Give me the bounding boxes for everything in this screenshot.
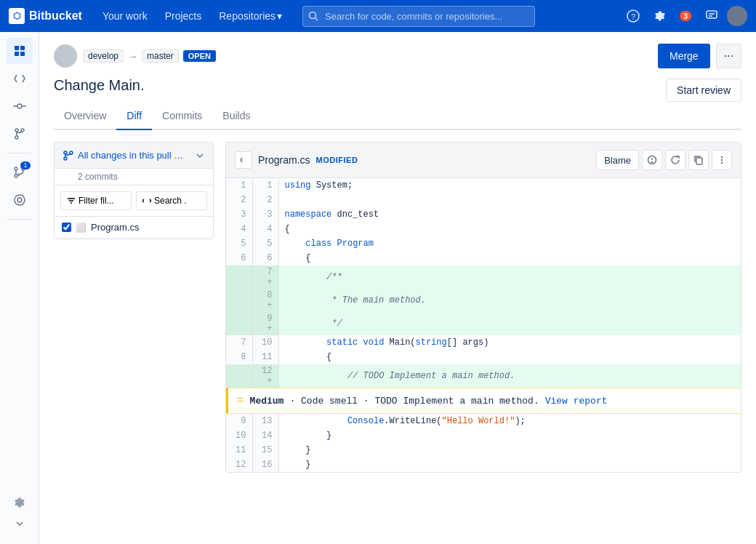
pr-actions: Merge ··· bbox=[658, 44, 741, 68]
pr-branch-info: develop → master OPEN bbox=[54, 44, 216, 68]
svg-point-0 bbox=[310, 12, 316, 19]
code-token: ( bbox=[410, 337, 415, 348]
tab-commits[interactable]: Commits bbox=[152, 103, 212, 130]
line-number-old bbox=[226, 289, 252, 312]
sidebar-icon-pullrequests[interactable]: 1 bbox=[7, 159, 33, 185]
refresh-button[interactable] bbox=[665, 150, 685, 170]
more-options-button[interactable]: ··· bbox=[716, 44, 741, 68]
code-content: /** bbox=[278, 265, 741, 289]
help-icon[interactable]: ? bbox=[622, 5, 644, 27]
line-number-new: 12 + bbox=[252, 364, 278, 388]
search-code-button[interactable]: Search . bbox=[136, 191, 207, 210]
code-line: 811 { bbox=[226, 350, 741, 364]
line-number-new: 14 bbox=[252, 428, 278, 443]
sidebar-icon-home[interactable] bbox=[7, 38, 33, 64]
file-tree-title: All changes in this pull … bbox=[78, 150, 183, 161]
code-token-cm: /** bbox=[326, 272, 342, 282]
svg-point-26 bbox=[70, 151, 73, 154]
sidebar-divider-2 bbox=[8, 219, 31, 220]
svg-text:?: ? bbox=[631, 12, 635, 21]
code-line: 8 + * The main method. bbox=[226, 289, 741, 312]
more-options-diff-button[interactable] bbox=[712, 150, 732, 170]
code-token: { bbox=[285, 352, 332, 362]
code-token bbox=[285, 416, 347, 426]
main-layout: 1 develop → master OPEN bbox=[0, 32, 756, 544]
svg-point-19 bbox=[15, 175, 17, 177]
warning-severity: Medium bbox=[250, 396, 284, 407]
svg-line-1 bbox=[315, 18, 318, 21]
annotate-button[interactable] bbox=[642, 150, 662, 170]
file-item-program-cs[interactable]: ⬜ Program.cs bbox=[55, 217, 213, 239]
user-avatar[interactable] bbox=[727, 6, 747, 26]
tab-diff[interactable]: Diff bbox=[116, 103, 152, 130]
code-token-cm: * The main method. bbox=[285, 295, 426, 305]
line-number-old bbox=[226, 364, 252, 388]
svg-rect-34 bbox=[696, 158, 702, 164]
copy-button[interactable] bbox=[688, 150, 709, 170]
line-number-new: 7 + bbox=[252, 265, 278, 289]
svg-point-23 bbox=[17, 198, 22, 202]
filter-files-button[interactable]: Filter fil... bbox=[60, 191, 132, 210]
code-search-icon bbox=[142, 196, 151, 205]
branch-from: develop bbox=[83, 49, 124, 63]
svg-point-36 bbox=[721, 159, 723, 161]
svg-point-11 bbox=[17, 104, 22, 108]
code-content: class Program bbox=[278, 236, 741, 251]
sidebar-icon-branches[interactable] bbox=[7, 121, 33, 147]
svg-point-24 bbox=[64, 151, 67, 154]
search-input[interactable] bbox=[302, 6, 535, 27]
code-content: { bbox=[278, 222, 741, 236]
nav-repositories[interactable]: Repositories ▾ bbox=[213, 7, 288, 25]
left-sidebar: 1 bbox=[0, 32, 39, 544]
svg-point-33 bbox=[652, 162, 653, 163]
code-line: 710 static void Main(string[] args) bbox=[226, 335, 741, 350]
main-content: develop → master OPEN Merge ··· Change M… bbox=[39, 32, 756, 544]
code-content: namespace dnc_test bbox=[278, 207, 741, 222]
code-content: { bbox=[278, 350, 741, 364]
feedback-icon[interactable] bbox=[701, 5, 723, 27]
tab-overview[interactable]: Overview bbox=[54, 103, 116, 130]
expand-sidebar-btn[interactable] bbox=[13, 517, 26, 532]
sidebar-icon-commits[interactable] bbox=[7, 93, 33, 119]
diff-container: All changes in this pull … 2 commits Fil… bbox=[54, 142, 741, 473]
code-line: 913 Console.WriteLine("Hello World!"); bbox=[226, 414, 741, 428]
sidebar-icon-pipelines[interactable] bbox=[7, 187, 33, 213]
file-checkbox[interactable] bbox=[62, 223, 71, 232]
collapse-button[interactable] bbox=[235, 151, 252, 169]
notifications-icon[interactable]: 3 bbox=[675, 5, 696, 27]
code-token: { bbox=[285, 224, 290, 234]
search-icon bbox=[308, 11, 318, 21]
branch-header-icon bbox=[63, 151, 73, 161]
svg-rect-8 bbox=[20, 46, 25, 50]
blame-button[interactable]: Blame bbox=[596, 150, 639, 170]
code-token: } bbox=[285, 431, 332, 441]
merge-button[interactable]: Merge bbox=[658, 44, 710, 68]
nav-projects[interactable]: Projects bbox=[159, 7, 208, 25]
svg-rect-10 bbox=[20, 52, 25, 56]
code-content bbox=[278, 193, 741, 207]
app-name: Bitbucket bbox=[29, 9, 82, 23]
sidebar-icon-settings[interactable] bbox=[7, 489, 33, 516]
line-number-old: 9 bbox=[226, 414, 252, 428]
settings-icon[interactable] bbox=[648, 5, 670, 27]
code-line: 12 + // TODO Implement a main method. bbox=[226, 364, 741, 388]
pr-status-badge: OPEN bbox=[183, 50, 216, 62]
start-review-button[interactable]: Start review bbox=[666, 79, 741, 102]
svg-point-14 bbox=[15, 129, 18, 132]
tab-builds[interactable]: Builds bbox=[212, 103, 260, 130]
app-logo[interactable]: ⬡ Bitbucket bbox=[9, 8, 82, 24]
nav-your-work[interactable]: Your work bbox=[97, 7, 153, 25]
line-number-old: 4 bbox=[226, 222, 252, 236]
view-report-link[interactable]: View report bbox=[545, 396, 608, 407]
branch-arrow: → bbox=[128, 51, 137, 62]
line-number-new: 6 bbox=[252, 251, 278, 265]
diff-header-actions: Blame bbox=[596, 150, 732, 170]
diff-filename: Program.cs bbox=[258, 154, 310, 166]
sidebar-icon-source[interactable] bbox=[7, 65, 33, 92]
code-token-type: Program bbox=[337, 239, 374, 249]
file-tree-header[interactable]: All changes in this pull … bbox=[54, 142, 214, 169]
svg-point-37 bbox=[721, 162, 723, 164]
pr-author-avatar bbox=[54, 44, 77, 68]
svg-point-25 bbox=[64, 157, 67, 160]
line-number-old: 3 bbox=[226, 207, 252, 222]
